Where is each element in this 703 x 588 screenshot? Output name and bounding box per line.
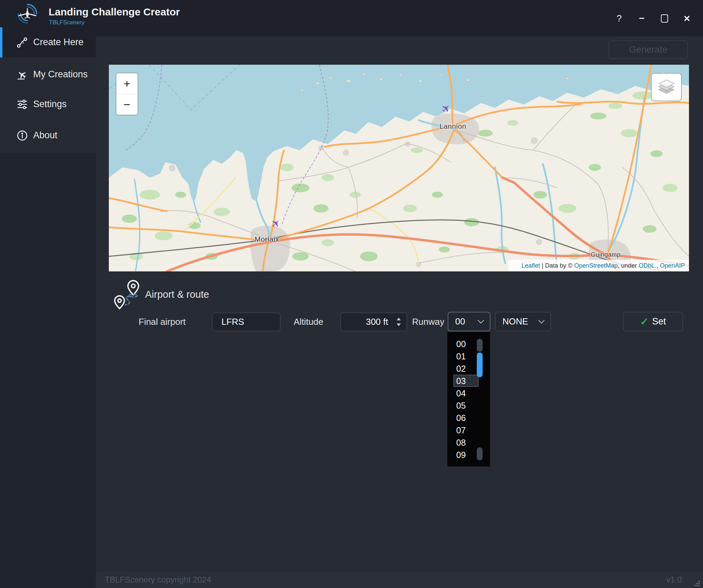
sidebar-nav-panel: My Creations Settings About [0,57,96,153]
runway-dropdown-list: 00010203040506070809 [447,332,490,466]
leaflet-link[interactable]: Leaflet [522,262,540,269]
zoom-out-button[interactable]: − [116,94,138,115]
stepper-down-icon[interactable] [397,323,401,326]
runway-option-01[interactable]: 01 [453,350,478,362]
sidebar-item-label: Settings [33,99,67,110]
runway-option-07[interactable]: 07 [453,424,478,436]
stepper-up-icon[interactable] [397,318,401,320]
sidebar [0,153,96,588]
sliders-icon [16,99,28,110]
info-icon [16,130,28,141]
chevron-down-icon [477,320,484,324]
runway-value: 00 [448,316,477,327]
maximize-icon [661,14,668,23]
final-airport-input[interactable] [212,312,281,331]
version-text: v1.0 [666,575,682,585]
app-window: Landing Challenge Creator TBLFScenery ? … [0,0,703,588]
app-subtitle: TBLFScenery [49,19,85,26]
set-button-label: Set [652,316,666,327]
attribution-text: , under [618,262,639,269]
runway-option-00[interactable]: 00 [453,338,478,350]
titlebar: Landing Challenge Creator TBLFScenery ? … [0,0,703,36]
generate-button[interactable]: Generate [609,40,688,59]
runway-label: Runway [412,317,444,327]
route-icon [16,37,28,48]
map-city-label: Guingamp [591,251,621,258]
minimize-button[interactable]: − [633,10,650,27]
check-icon: ✓ [640,317,649,327]
runway-option-05[interactable]: 05 [453,399,478,411]
statusbar: TBLFScenery copyright 2024 v1.0 [96,572,703,588]
section-title: Airport & route [145,289,209,300]
sidebar-item-my-creations[interactable]: My Creations [0,60,96,90]
maximize-button[interactable] [656,10,673,27]
app-logo-icon [16,3,38,25]
ukraine-flag-icon [512,263,519,268]
map-city-label: Morlaix [255,235,279,243]
map-view[interactable]: ✈ ✈ Lannion Morlaix Guingamp + − Leaflet… [109,65,689,271]
zoom-in-button[interactable]: + [116,73,138,94]
odbl-link[interactable]: ODbL. [639,262,656,269]
attribution-text: | Data by © [540,262,574,269]
landing-plane-icon [16,69,28,80]
sidebar-item-label: My Creations [33,69,88,80]
scrollbar-bottom-segment[interactable] [477,447,483,460]
final-airport-label: Final airport [139,317,186,327]
approach-dropdown[interactable]: NONE [495,312,551,331]
stepper-arrows [393,318,407,326]
openstreetmap-link[interactable]: OpenStreetMap [574,262,618,269]
airport-route-icon [113,279,142,310]
set-button[interactable]: ✓ Set [623,312,683,331]
runway-options: 00010203040506070809 [447,338,490,461]
chevron-down-icon [538,320,545,324]
sidebar-item-settings[interactable]: Settings [0,89,96,119]
map-attribution: Leaflet | Data by © OpenStreetMap, under… [508,260,689,271]
runway-dropdown[interactable]: 00 [448,312,490,331]
map-layers-button[interactable] [651,73,682,101]
approach-value: NONE [496,316,538,327]
runway-option-08[interactable]: 08 [453,436,478,448]
runway-option-06[interactable]: 06 [453,412,478,424]
altitude-stepper[interactable]: 300 ft [340,312,407,331]
map-tiles [109,65,689,271]
runway-option-09[interactable]: 09 [453,449,478,461]
layers-icon [657,79,676,95]
runway-option-04[interactable]: 04 [453,387,478,399]
altitude-value: 300 ft [341,317,393,327]
scrollbar-thumb[interactable] [477,353,483,377]
attribution-text: , [656,262,660,269]
runway-option-03[interactable]: 03 [453,375,478,387]
scrollbar-top-segment[interactable] [477,339,483,352]
map-city-label: Lannion [439,122,466,130]
close-button[interactable]: ✕ [678,10,695,27]
active-accent-bar [0,27,2,57]
app-title: Landing Challenge Creator [49,6,180,18]
resize-grip[interactable] [699,581,700,582]
copyright-text: TBLFScenery copyright 2024 [105,575,211,585]
sidebar-item-create-here[interactable]: Create Here [0,27,96,57]
sidebar-item-label: Create Here [33,37,84,48]
sidebar-item-about[interactable]: About [0,120,96,151]
sidebar-item-label: About [33,130,57,141]
dropdown-scrollbar[interactable] [477,332,483,466]
altitude-label: Altitude [294,317,323,327]
runway-option-02[interactable]: 02 [453,362,478,374]
help-button[interactable]: ? [611,10,628,27]
map-zoom-control: + − [116,73,138,115]
openaip-link[interactable]: OpenAIP [660,262,685,269]
